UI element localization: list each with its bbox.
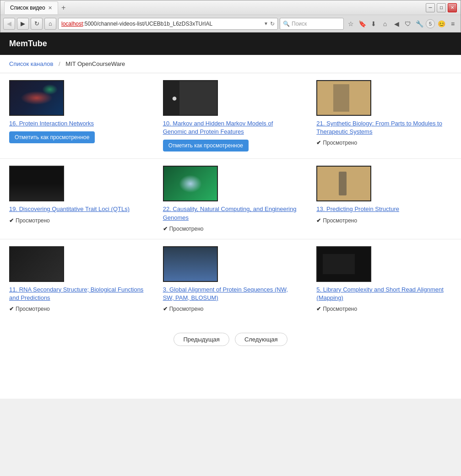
search-bar[interactable]: 🔍 Поиск bbox=[280, 18, 344, 30]
viewed-label-9: Просмотрено bbox=[323, 306, 357, 312]
reload-button[interactable]: ↻ bbox=[31, 18, 43, 30]
checkmark-4: ✔ bbox=[9, 217, 14, 224]
video-title-7[interactable]: 11. RNA Secondary Structure; Biological … bbox=[9, 286, 145, 302]
refresh-icon[interactable]: ↻ bbox=[270, 21, 275, 27]
video-thumbnail-2[interactable] bbox=[163, 80, 218, 116]
viewed-badge-5: ✔ Просмотрено bbox=[163, 226, 298, 232]
video-thumbnail-3[interactable] bbox=[316, 80, 371, 116]
video-title-6[interactable]: 13. Predicting Protein Structure bbox=[316, 205, 452, 213]
home-nav-icon[interactable]: ⌂ bbox=[380, 19, 390, 29]
profile-num[interactable]: 5 bbox=[426, 19, 435, 28]
next-page-button[interactable]: Следующая bbox=[235, 333, 287, 346]
checkmark-9: ✔ bbox=[316, 306, 321, 312]
channels-link[interactable]: Список каналов bbox=[9, 60, 53, 67]
mark-viewed-btn-1[interactable]: Отметить как просмотренное bbox=[9, 131, 95, 143]
shield-icon[interactable]: 🛡 bbox=[403, 19, 413, 29]
viewed-label-6: Просмотрено bbox=[323, 217, 357, 224]
viewed-label-3: Просмотрено bbox=[323, 140, 357, 146]
title-bar: Список видео ✕ + ─ □ ✕ bbox=[0, 0, 461, 15]
address-text: localhost:5000/channel-videos-list/UCEBb… bbox=[61, 21, 264, 27]
video-item-6: 13. Predicting Protein Structure ✔ Просм… bbox=[307, 159, 461, 238]
app-header: MemTube bbox=[0, 32, 461, 55]
video-thumbnail-5[interactable] bbox=[163, 166, 218, 201]
viewed-badge-3: ✔ Просмотрено bbox=[316, 140, 452, 146]
dropdown-icon[interactable]: ▼ bbox=[264, 21, 268, 26]
viewed-label-5: Просмотрено bbox=[169, 226, 204, 232]
video-item-9: 5. Library Complexity and Short Read Ali… bbox=[307, 239, 461, 319]
arrow-icon[interactable]: ◀ bbox=[391, 19, 401, 29]
main-content: MemTube Список каналов / MIT OpenCourseW… bbox=[0, 32, 461, 399]
download-icon[interactable]: ⬇ bbox=[369, 19, 379, 29]
video-row-2: 19. Discovering Quantitative Trait Loci … bbox=[0, 159, 461, 239]
search-icon: 🔍 bbox=[283, 21, 290, 27]
nav-bar: ◀ ▶ ↻ ⌂ localhost:5000/channel-videos-li… bbox=[0, 15, 461, 32]
viewed-badge-4: ✔ Просмотрено bbox=[9, 217, 145, 224]
browser-tab[interactable]: Список видео ✕ bbox=[4, 1, 58, 14]
video-item-2: 10. Markov and Hidden Markov Models of G… bbox=[154, 73, 308, 158]
video-row-3: 11. RNA Secondary Structure; Biological … bbox=[0, 239, 461, 319]
video-title-8[interactable]: 3. Global Alignment of Protein Sequences… bbox=[163, 286, 298, 302]
menu-icon[interactable]: ≡ bbox=[448, 19, 458, 29]
address-bar[interactable]: localhost:5000/channel-videos-list/UCEBb… bbox=[58, 18, 278, 30]
video-title-2[interactable]: 10. Markov and Hidden Markov Models of G… bbox=[163, 119, 298, 136]
viewed-label-7: Просмотрено bbox=[16, 306, 50, 312]
checkmark-6: ✔ bbox=[316, 217, 321, 224]
checkmark-5: ✔ bbox=[163, 226, 168, 232]
pagination: Предыдущая Следующая bbox=[0, 319, 461, 360]
window-controls: ─ □ ✕ bbox=[426, 3, 457, 12]
app-name: MemTube bbox=[9, 39, 47, 48]
profile-icon[interactable]: 😊 bbox=[436, 19, 446, 29]
video-title-3[interactable]: 21. Synthetic Biology: From Parts to Mod… bbox=[316, 119, 452, 136]
viewed-badge-8: ✔ Просмотрено bbox=[163, 306, 298, 312]
close-button[interactable]: ✕ bbox=[448, 3, 457, 12]
nav-icons: ☆ 🔖 ⬇ ⌂ ◀ 🛡 🔧 5 😊 ≡ bbox=[346, 19, 458, 29]
video-item-7: 11. RNA Secondary Structure; Biological … bbox=[0, 239, 154, 319]
video-thumbnail-8[interactable] bbox=[163, 246, 218, 282]
viewed-badge-6: ✔ Просмотрено bbox=[316, 217, 452, 224]
video-item-5: 22. Causality, Natural Computing, and En… bbox=[154, 159, 308, 238]
checkmark-3: ✔ bbox=[316, 140, 321, 146]
search-placeholder: Поиск bbox=[292, 21, 307, 27]
video-thumbnail-6[interactable] bbox=[316, 166, 371, 201]
home-button[interactable]: ⌂ bbox=[44, 18, 56, 30]
viewed-label-8: Просмотрено bbox=[169, 306, 204, 312]
video-thumbnail-1[interactable] bbox=[9, 80, 64, 116]
video-row-1: 16. Protein Interaction Networks Отметит… bbox=[0, 73, 461, 159]
title-bar-left: Список видео ✕ + bbox=[4, 1, 426, 14]
breadcrumb-separator: / bbox=[59, 60, 60, 67]
video-title-9[interactable]: 5. Library Complexity and Short Read Ali… bbox=[316, 286, 452, 302]
video-item-4: 19. Discovering Quantitative Trait Loci … bbox=[0, 159, 154, 238]
prev-page-button[interactable]: Предыдущая bbox=[174, 333, 229, 346]
viewed-badge-9: ✔ Просмотрено bbox=[316, 306, 452, 312]
maximize-button[interactable]: □ bbox=[437, 3, 446, 12]
address-port: :5000/channel-videos-list/UCEBb1b_L6zDS3… bbox=[83, 21, 212, 27]
checkmark-8: ✔ bbox=[163, 306, 168, 312]
video-title-4[interactable]: 19. Discovering Quantitative Trait Loci … bbox=[9, 205, 145, 213]
checkmark-7: ✔ bbox=[9, 306, 14, 312]
tools-icon[interactable]: 🔧 bbox=[414, 19, 424, 29]
star-icon[interactable]: ☆ bbox=[346, 19, 356, 29]
viewed-label-4: Просмотрено bbox=[16, 217, 50, 224]
minimize-button[interactable]: ─ bbox=[426, 3, 435, 12]
forward-button[interactable]: ▶ bbox=[17, 18, 29, 30]
breadcrumb-current: MIT OpenCourseWare bbox=[65, 60, 125, 67]
address-localhost: localhost bbox=[61, 21, 83, 27]
bookmark-icon[interactable]: 🔖 bbox=[357, 19, 367, 29]
tab-title: Список видео bbox=[10, 5, 45, 11]
tab-close-icon[interactable]: ✕ bbox=[48, 5, 52, 11]
video-title-1[interactable]: 16. Protein Interaction Networks bbox=[9, 119, 145, 128]
video-title-5[interactable]: 22. Causality, Natural Computing, and En… bbox=[163, 205, 298, 222]
video-item-8: 3. Global Alignment of Protein Sequences… bbox=[154, 239, 308, 319]
viewed-badge-7: ✔ Просмотрено bbox=[9, 306, 145, 312]
mark-viewed-btn-2[interactable]: Отметить как просмотренное bbox=[163, 140, 249, 151]
video-item-3: 21. Synthetic Biology: From Parts to Mod… bbox=[307, 73, 461, 158]
back-button[interactable]: ◀ bbox=[3, 18, 15, 30]
video-item-1: 16. Protein Interaction Networks Отметит… bbox=[0, 73, 154, 158]
new-tab-button[interactable]: + bbox=[58, 2, 69, 13]
breadcrumb: Список каналов / MIT OpenCourseWare bbox=[0, 55, 461, 73]
window-chrome: Список видео ✕ + ─ □ ✕ ◀ ▶ ↻ ⌂ localhost… bbox=[0, 0, 461, 32]
video-thumbnail-7[interactable] bbox=[9, 246, 64, 282]
video-thumbnail-9[interactable] bbox=[316, 246, 371, 282]
video-thumbnail-4[interactable] bbox=[9, 166, 64, 201]
